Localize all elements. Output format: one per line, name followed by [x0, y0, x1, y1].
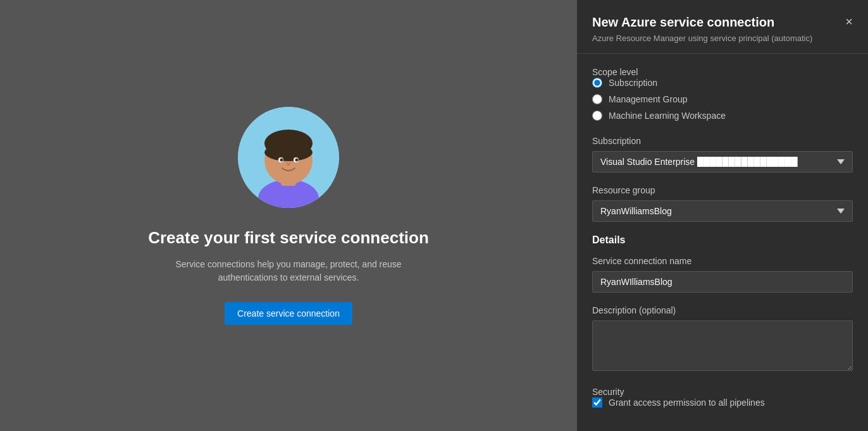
- subscription-group: Subscription Visual Studio Enterprise ██…: [592, 136, 853, 173]
- panel-body: Scope level Subscription Management Grou…: [577, 54, 868, 431]
- subscription-select[interactable]: Visual Studio Enterprise ███████████████…: [592, 151, 853, 173]
- scope-management-label: Management Group: [609, 94, 688, 104]
- scope-ml-label: Machine Learning Workspace: [609, 111, 726, 121]
- panel-header: New Azure service connection Azure Resou…: [577, 0, 868, 54]
- scope-ml-radio[interactable]: [592, 111, 602, 121]
- subscription-label: Subscription: [592, 136, 853, 146]
- right-panel: New Azure service connection Azure Resou…: [577, 0, 868, 431]
- left-panel: Create your first service connection Ser…: [0, 0, 577, 431]
- grant-access-checkbox[interactable]: [592, 398, 602, 408]
- security-title: Security: [592, 387, 624, 397]
- grant-access-checkbox-item: Grant access permission to all pipelines: [592, 398, 853, 408]
- scope-subscription-label: Subscription: [609, 78, 657, 88]
- scope-radio-group: Subscription Management Group Machine Le…: [592, 78, 853, 121]
- scope-management-option[interactable]: Management Group: [592, 94, 853, 104]
- connection-name-label: Service connection name: [592, 256, 853, 266]
- description-label: Description (optional): [592, 305, 853, 315]
- resource-group-field-group: Resource group RyanWilliamsBlog: [592, 185, 853, 222]
- description-group: Description (optional): [592, 305, 853, 373]
- scope-level-group: Scope level Subscription Management Grou…: [592, 66, 853, 121]
- details-title: Details: [592, 234, 853, 246]
- avatar: [238, 107, 339, 208]
- panel-title: New Azure service connection: [592, 15, 853, 30]
- description-textarea[interactable]: [592, 320, 853, 371]
- svg-point-5: [264, 143, 313, 161]
- connection-name-group: Service connection name: [592, 256, 853, 293]
- scope-ml-option[interactable]: Machine Learning Workspace: [592, 111, 853, 121]
- grant-access-label: Grant access permission to all pipelines: [609, 398, 765, 408]
- create-service-connection-button[interactable]: Create service connection: [225, 302, 352, 325]
- svg-point-9: [295, 158, 299, 161]
- security-section: Security Grant access permission to all …: [592, 386, 853, 408]
- scope-management-radio[interactable]: [592, 94, 602, 104]
- connection-name-input[interactable]: [592, 271, 853, 293]
- panel-subtitle: Azure Resource Manager using service pri…: [592, 33, 853, 43]
- scope-subscription-radio[interactable]: [592, 78, 602, 88]
- resource-group-label: Resource group: [592, 185, 853, 195]
- resource-group-select[interactable]: RyanWilliamsBlog: [592, 200, 853, 222]
- page-main-title: Create your first service connection: [148, 228, 429, 248]
- close-button[interactable]: ×: [843, 13, 855, 30]
- scope-level-label: Scope level: [592, 67, 638, 77]
- scope-subscription-option[interactable]: Subscription: [592, 78, 853, 88]
- svg-point-8: [280, 158, 283, 161]
- page-description: Service connections help you manage, pro…: [162, 258, 415, 284]
